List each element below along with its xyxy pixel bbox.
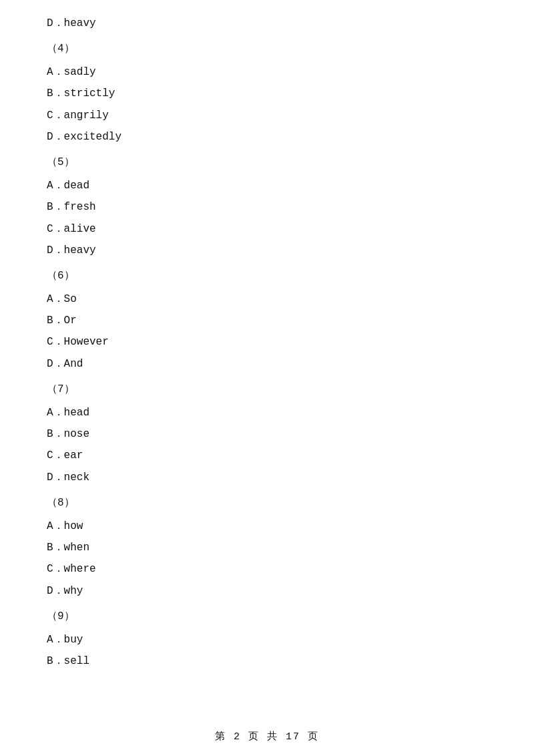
question-option: A．sadly — [47, 62, 487, 82]
question-option: C．However — [47, 332, 487, 352]
question-number: （4） — [47, 39, 487, 59]
question-option: C．alive — [47, 219, 487, 239]
question-option: B．when — [47, 538, 487, 558]
question-option: D．excitedly — [47, 127, 487, 147]
question-option: B．strictly — [47, 83, 487, 104]
question-option: C．angrily — [47, 106, 487, 126]
question-option: B．fresh — [47, 197, 487, 217]
question-option: B．nose — [47, 424, 487, 444]
question-option: C．where — [47, 559, 487, 579]
question-option: D．why — [47, 581, 487, 601]
question-option: A．dead — [47, 176, 487, 196]
question-number: （7） — [47, 379, 487, 399]
question-option: D．heavy — [47, 240, 487, 260]
question-option: D．And — [47, 354, 487, 374]
question-number: （8） — [47, 493, 487, 513]
page-content: D．heavy（4）A．sadlyB．strictlyC．angrilyD．ex… — [0, 0, 534, 713]
question-option: A．head — [47, 403, 487, 423]
question-option: A．how — [47, 516, 487, 536]
question-option: B．Or — [47, 311, 487, 331]
question-number: （6） — [47, 266, 487, 286]
question-option: A．So — [47, 289, 487, 309]
question-option: B．sell — [47, 651, 487, 671]
page-footer: 第 2 页 共 17 页 — [0, 730, 534, 743]
question-number: （5） — [47, 152, 487, 172]
question-option: A．buy — [47, 630, 487, 650]
question-option: D．neck — [47, 467, 487, 488]
question-option: C．ear — [47, 445, 487, 465]
question-option: D．heavy — [47, 13, 487, 33]
question-number: （9） — [47, 606, 487, 626]
